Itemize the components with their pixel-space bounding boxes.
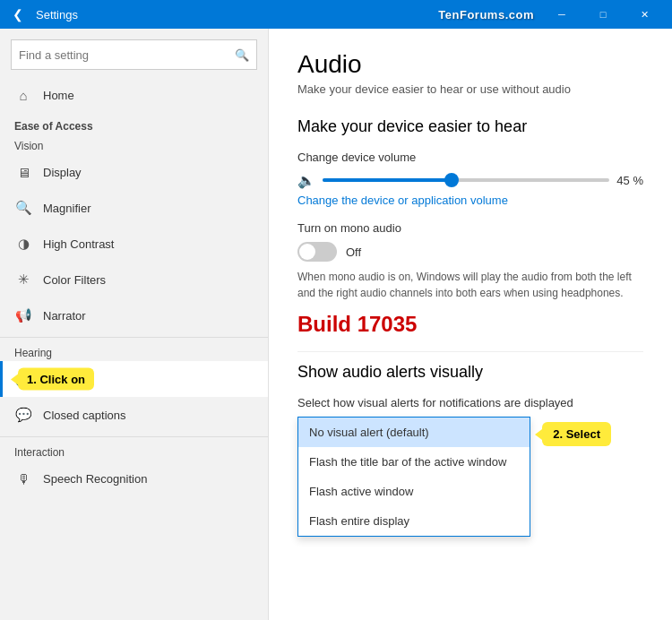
- sidebar-item-magnifier[interactable]: 🔍 Magnifier: [0, 190, 268, 226]
- color-filters-icon: ✳: [14, 271, 32, 288]
- watermark: TenForums.com: [438, 8, 534, 22]
- click-callout-text: 1. Click on: [27, 373, 85, 386]
- volume-slider[interactable]: [323, 171, 609, 189]
- maximize-button[interactable]: □: [582, 0, 624, 29]
- sidebar-item-color-filters[interactable]: ✳ Color Filters: [0, 262, 268, 297]
- slider-fill: [323, 178, 452, 182]
- search-icon: 🔍: [235, 48, 249, 62]
- sidebar-item-high-contrast[interactable]: ◑ High Contrast: [0, 226, 268, 262]
- dropdown-option-no-alert[interactable]: No visual alert (default): [298, 418, 530, 447]
- sidebar-item-speech[interactable]: 🎙 Speech Recognition: [0, 461, 268, 496]
- divider-interaction: [0, 436, 268, 437]
- close-icon: ✕: [641, 9, 649, 21]
- sidebar-scroll[interactable]: ⌂ Home Ease of Access Vision 🖥 Display 🔍…: [0, 77, 268, 620]
- select-callout-text: 2. Select: [553, 427, 600, 441]
- slider-thumb[interactable]: [444, 173, 459, 187]
- closed-captions-label: Closed captions: [43, 409, 126, 422]
- back-button[interactable]: ❮: [7, 4, 29, 25]
- slider-track: [323, 178, 609, 182]
- vision-subsection: Vision: [0, 134, 268, 154]
- no-alert-label: No visual alert (default): [309, 426, 429, 439]
- display-label: Display: [43, 166, 82, 179]
- flash-display-label: Flash entire display: [309, 514, 409, 528]
- volume-value: 45 %: [616, 174, 643, 187]
- sidebar-item-closed-captions[interactable]: 💬 Closed captions: [0, 397, 268, 433]
- high-contrast-label: High Contrast: [43, 237, 114, 251]
- sidebar-item-narrator[interactable]: 📢 Narrator: [0, 297, 268, 333]
- app-title: Settings: [36, 8, 438, 22]
- section2-title: Show audio alerts visually: [297, 363, 643, 382]
- narrator-icon: 📢: [14, 306, 32, 324]
- window-controls: ─ □ ✕: [541, 0, 665, 29]
- mono-row: Off: [297, 242, 643, 262]
- sidebar: 🔍 ⌂ Home Ease of Access Vision 🖥 Display…: [0, 29, 269, 620]
- back-icon: ❮: [13, 7, 23, 22]
- build-badge: Build 17035: [297, 312, 643, 337]
- flash-window-label: Flash active window: [309, 485, 413, 498]
- maximize-icon: □: [600, 9, 607, 20]
- sidebar-item-display[interactable]: 🖥 Display: [0, 154, 268, 190]
- page-title: Audio: [297, 50, 643, 79]
- home-label: Home: [43, 89, 74, 102]
- mono-description: When mono audio is on, Windows will play…: [297, 269, 638, 301]
- speech-icon: 🎙: [14, 469, 32, 487]
- mono-toggle[interactable]: [297, 242, 337, 262]
- content-area: Audio Make your device easier to hear or…: [269, 29, 672, 620]
- page-subtitle: Make your device easier to hear or use w…: [297, 82, 643, 96]
- speaker-icon: 🔈: [297, 172, 315, 189]
- dropdown-label: Select how visual alerts for notificatio…: [297, 396, 643, 409]
- sidebar-item-home[interactable]: ⌂ Home: [0, 77, 268, 113]
- closed-captions-icon: 💬: [14, 406, 32, 424]
- change-volume-link[interactable]: Change the device or application volume: [297, 194, 508, 207]
- display-icon: 🖥: [14, 163, 32, 181]
- narrator-label: Narrator: [43, 309, 86, 323]
- flash-titlebar-label: Flash the title bar of the active window: [309, 455, 506, 469]
- speech-label: Speech Recognition: [43, 472, 147, 486]
- dropdown-container: No visual alert (default) Flash the titl…: [297, 417, 530, 537]
- divider-hearing: [0, 337, 268, 338]
- select-callout: 2. Select: [542, 422, 611, 446]
- toggle-knob: [299, 244, 315, 260]
- search-input[interactable]: [19, 48, 235, 62]
- color-filters-label: Color Filters: [43, 273, 106, 287]
- mono-state: Off: [346, 245, 361, 259]
- minimize-icon: ─: [558, 9, 565, 20]
- volume-label: Change device volume: [297, 151, 643, 164]
- mono-label: Turn on mono audio: [297, 221, 643, 235]
- dropdown-option-flash-window[interactable]: Flash active window: [298, 477, 530, 506]
- titlebar: ❮ Settings TenForums.com ─ □ ✕: [0, 0, 672, 29]
- section1-title: Make your device easier to hear: [297, 117, 643, 136]
- high-contrast-icon: ◑: [14, 235, 32, 253]
- hearing-subsection: Hearing: [0, 341, 268, 361]
- ease-of-access-section: Ease of Access: [0, 113, 268, 134]
- audio-item-container: 🔊 Audio 1. Click on: [0, 361, 268, 397]
- main-container: 🔍 ⌂ Home Ease of Access Vision 🖥 Display…: [0, 29, 672, 620]
- search-box[interactable]: 🔍: [11, 39, 257, 70]
- dropdown-option-flash-titlebar[interactable]: Flash the title bar of the active window: [298, 447, 530, 477]
- home-icon: ⌂: [14, 86, 32, 104]
- dropdown-open[interactable]: No visual alert (default) Flash the titl…: [297, 417, 530, 537]
- magnifier-label: Magnifier: [43, 202, 90, 215]
- click-callout: 1. Click on: [18, 368, 94, 391]
- minimize-button[interactable]: ─: [541, 0, 582, 29]
- volume-row: 🔈 45 %: [297, 171, 643, 189]
- interaction-subsection: Interaction: [0, 441, 268, 461]
- dropdown-option-flash-display[interactable]: Flash entire display: [298, 506, 530, 536]
- magnifier-icon: 🔍: [14, 199, 32, 217]
- close-button[interactable]: ✕: [624, 0, 665, 29]
- section-divider: [297, 351, 643, 352]
